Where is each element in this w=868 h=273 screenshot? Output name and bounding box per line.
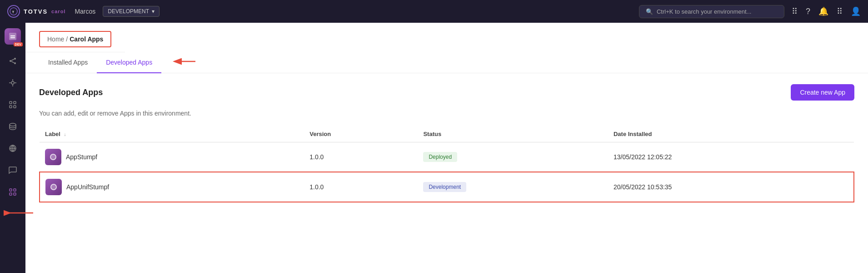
- svg-rect-15: [10, 101, 12, 104]
- col-header-status: Status: [418, 126, 608, 142]
- user-avatar[interactable]: 👤: [851, 6, 861, 16]
- app-icon-appstumpf: [45, 149, 61, 165]
- table-row-highlighted[interactable]: AppUnifStumpf 1.0.0 Development 20/05/20…: [40, 172, 854, 202]
- brand-name: TOTVS: [24, 8, 48, 15]
- navbar-actions: ⠿ ? 🔔 ⠿ 👤: [792, 6, 861, 16]
- panel: Developed Apps Create new App You can ad…: [25, 73, 868, 213]
- breadcrumb-separator: /: [66, 35, 68, 43]
- apps-icon[interactable]: ⠿: [837, 6, 843, 16]
- app-date-1: 13/05/2022 12:05:22: [608, 142, 854, 172]
- app-date-2: 20/05/2022 10:53:35: [614, 183, 672, 191]
- create-app-button[interactable]: Create new App: [791, 84, 854, 101]
- table-row[interactable]: AppStumpf 1.0.0 Deployed 13/05/2022 12:0…: [40, 142, 854, 172]
- app-label-cell: AppStumpf: [45, 149, 299, 165]
- svg-rect-4: [10, 37, 15, 38]
- breadcrumb: Home / Carol Apps: [39, 31, 111, 47]
- username: Marcos: [75, 8, 95, 15]
- svg-rect-24: [14, 189, 16, 191]
- main-layout: DEV Home / Carol Apps: [0, 23, 868, 273]
- sidebar-item-storage[interactable]: [4, 117, 22, 136]
- svg-line-9: [11, 61, 14, 63]
- svg-point-19: [10, 123, 16, 126]
- sidebar-item-connections[interactable]: [4, 52, 22, 70]
- main-content: Home / Carol Apps Installed Apps Develop…: [25, 23, 868, 273]
- svg-rect-18: [14, 106, 16, 108]
- sidebar-item-workflows[interactable]: [4, 96, 22, 114]
- sidebar: DEV: [0, 23, 25, 273]
- app-name-appunifstumpf: AppUnifStumpf: [66, 183, 109, 191]
- svg-point-6: [14, 58, 16, 60]
- sidebar-item-data[interactable]: [4, 74, 22, 92]
- sidebar-item-messages[interactable]: [4, 161, 22, 179]
- app-name-appstumpf: AppStumpf: [66, 153, 97, 161]
- svg-rect-16: [14, 101, 16, 104]
- tab-installed-apps[interactable]: Installed Apps: [39, 52, 97, 73]
- tab-developed-apps[interactable]: Developed Apps: [97, 52, 161, 73]
- chevron-down-icon: ▾: [152, 8, 155, 15]
- svg-rect-26: [14, 193, 16, 195]
- dev-badge: DEV: [14, 42, 23, 46]
- tab-arrow-annotation: [170, 55, 198, 73]
- app-label-cell-2: AppUnifStumpf: [45, 179, 299, 195]
- status-badge-deployed: Deployed: [423, 152, 457, 162]
- col-header-label: Label ↓: [40, 126, 304, 142]
- app-icon-appunifstumpf: [45, 179, 62, 195]
- sort-icon-label[interactable]: ↓: [64, 132, 66, 137]
- breadcrumb-home[interactable]: Home: [47, 35, 64, 43]
- svg-rect-3: [10, 35, 15, 36]
- breadcrumb-current: Carol Apps: [70, 35, 103, 43]
- tabs: Installed Apps Developed Apps: [25, 52, 868, 73]
- app-icon: DEV: [5, 28, 21, 45]
- env-label: DEVELOPMENT: [108, 8, 149, 15]
- grid-icon[interactable]: ⠿: [792, 6, 798, 16]
- help-icon[interactable]: ?: [806, 7, 810, 16]
- brand-logo-area: T TOTVS carol: [7, 5, 65, 18]
- panel-header: Developed Apps Create new App: [39, 84, 854, 101]
- panel-description: You can add, edit or remove Apps in this…: [39, 110, 854, 117]
- global-search[interactable]: 🔍 Ctrl+K to search your environment...: [639, 5, 784, 18]
- svg-rect-23: [10, 189, 12, 191]
- breadcrumb-bar: Home / Carol Apps: [25, 23, 125, 52]
- bell-icon[interactable]: 🔔: [818, 6, 828, 16]
- brand-suffix: carol: [51, 9, 65, 14]
- app-version-1: 1.0.0: [304, 142, 418, 172]
- svg-point-10: [11, 81, 14, 84]
- search-icon: 🔍: [646, 8, 653, 15]
- search-placeholder: Ctrl+K to search your environment...: [657, 8, 751, 15]
- svg-point-5: [10, 60, 11, 62]
- app-version-2: 1.0.0: [304, 172, 418, 202]
- svg-line-8: [11, 59, 14, 61]
- navbar: T TOTVS carol Marcos DEVELOPMENT ▾ 🔍 Ctr…: [0, 0, 868, 23]
- svg-point-7: [14, 62, 16, 64]
- sidebar-item-apps[interactable]: [4, 183, 22, 201]
- svg-rect-25: [10, 193, 12, 195]
- status-badge-development: Development: [423, 182, 466, 192]
- svg-text:T: T: [12, 10, 15, 14]
- totvs-logo: T: [7, 5, 20, 18]
- environment-selector[interactable]: DEVELOPMENT ▾: [103, 6, 160, 17]
- svg-rect-17: [10, 106, 12, 108]
- apps-table: Label ↓ Version Status Date Installed: [39, 126, 854, 202]
- sidebar-item-catalog[interactable]: [4, 139, 22, 157]
- panel-title: Developed Apps: [39, 88, 103, 97]
- col-header-version: Version: [304, 126, 418, 142]
- col-header-date: Date Installed: [608, 126, 854, 142]
